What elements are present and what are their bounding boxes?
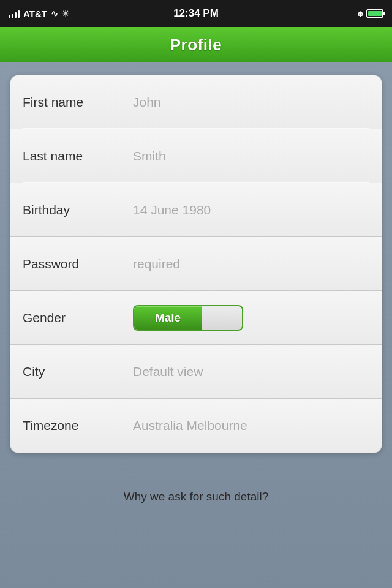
page-title: Profile [170,36,222,55]
city-row[interactable]: City Default view [10,345,382,399]
wifi-icon: ∿ [51,9,58,18]
background-area: First name John Last name Smith Birthday… [0,62,392,588]
birthday-value: 14 June 1980 [133,203,369,217]
carrier-label: AT&T [23,9,47,19]
status-bar: AT&T ∿ ✳ 12:34 PM ⎈ [0,0,392,27]
gender-male-option[interactable]: Male [134,306,202,330]
gender-label: Gender [23,311,133,325]
birthday-row[interactable]: Birthday 14 June 1980 [10,183,382,237]
bluetooth-icon: ⎈ [358,9,363,18]
timezone-value: Australia Melbourne [133,418,369,433]
signal-icon [9,9,20,18]
timezone-label: Timezone [23,418,133,433]
password-value: required [133,257,369,271]
timezone-row[interactable]: Timezone Australia Melbourne [10,399,382,453]
status-left: AT&T ∿ ✳ [9,9,82,19]
first-name-row[interactable]: First name John [10,75,382,129]
last-name-row[interactable]: Last name Smith [10,129,382,183]
gender-toggle[interactable]: Male [133,305,243,331]
gender-female-option[interactable] [202,306,242,330]
city-value: Default view [133,364,369,379]
status-right: ⎈ [310,9,383,18]
profile-form-card: First name John Last name Smith Birthday… [10,75,382,453]
first-name-label: First name [23,95,133,110]
activity-icon: ✳ [62,9,69,18]
city-label: City [23,364,133,379]
password-label: Password [23,257,133,271]
gender-row[interactable]: Gender Male [10,291,382,345]
header: Profile [0,27,392,62]
first-name-value: John [133,95,369,110]
last-name-label: Last name [23,149,133,164]
last-name-value: Smith [133,149,369,164]
footer-text[interactable]: Why we ask for such detail? [10,490,382,503]
birthday-label: Birthday [23,203,133,217]
password-row[interactable]: Password required [10,237,382,291]
status-time: 12:34 PM [173,7,219,20]
battery-icon [366,9,383,18]
